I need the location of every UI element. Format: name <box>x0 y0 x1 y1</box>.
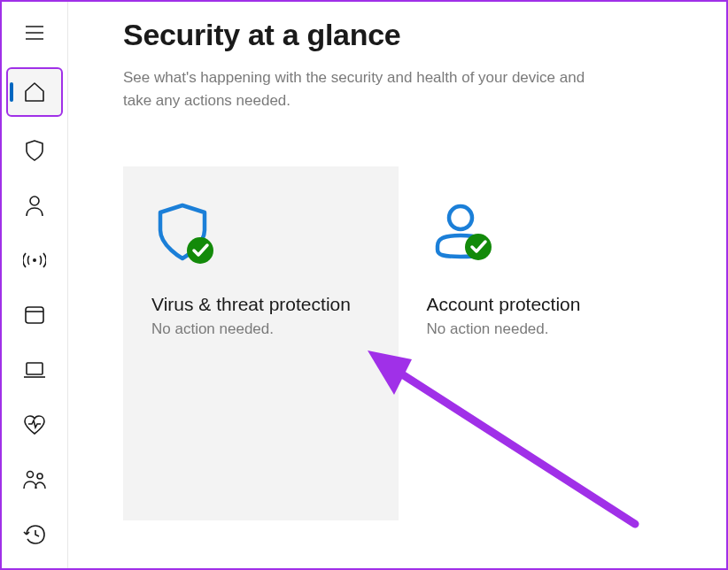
sidebar-item-home[interactable] <box>6 67 63 117</box>
sidebar-item-device-security[interactable] <box>10 349 59 391</box>
sidebar-item-family[interactable] <box>10 458 59 501</box>
card-status: No action needed. <box>427 320 646 338</box>
svg-point-7 <box>449 206 472 229</box>
main-content: Security at a glance See what's happenin… <box>68 2 726 568</box>
person-icon <box>24 194 45 217</box>
svg-point-1 <box>33 258 36 262</box>
card-account-protection[interactable]: Account protection No action needed. <box>399 166 674 520</box>
svg-point-0 <box>30 196 39 205</box>
sidebar-item-virus-threat[interactable] <box>10 129 59 172</box>
sidebar <box>2 2 68 568</box>
family-icon <box>22 469 47 490</box>
sidebar-item-performance[interactable] <box>10 404 59 446</box>
card-status: No action needed. <box>151 320 370 338</box>
history-icon <box>23 523 46 546</box>
card-title: Virus & threat protection <box>151 294 370 315</box>
svg-rect-2 <box>26 307 43 323</box>
sidebar-item-app-browser[interactable] <box>10 294 59 336</box>
heart-pulse-icon <box>22 414 47 435</box>
svg-rect-3 <box>27 363 43 374</box>
antenna-icon <box>23 250 46 270</box>
home-icon <box>23 81 46 104</box>
svg-point-6 <box>187 237 213 264</box>
card-virus-threat[interactable]: Virus & threat protection No action need… <box>123 166 399 520</box>
window-icon <box>24 305 45 325</box>
shield-icon <box>24 139 45 162</box>
hamburger-icon <box>26 26 43 40</box>
sidebar-item-menu[interactable] <box>10 13 59 52</box>
card-title: Account protection <box>427 294 646 315</box>
laptop-icon <box>22 361 47 379</box>
security-cards: Virus & threat protection No action need… <box>123 166 673 520</box>
shield-check-icon <box>151 200 370 269</box>
sidebar-item-firewall[interactable] <box>10 239 59 281</box>
sidebar-item-account[interactable] <box>10 184 59 227</box>
svg-point-5 <box>37 474 43 479</box>
page-title: Security at a glance <box>123 18 673 52</box>
sidebar-item-history[interactable] <box>10 513 59 556</box>
svg-point-8 <box>465 234 492 260</box>
page-subtitle: See what's happening with the security a… <box>123 66 601 113</box>
person-check-icon <box>427 200 646 269</box>
svg-point-4 <box>27 472 34 478</box>
